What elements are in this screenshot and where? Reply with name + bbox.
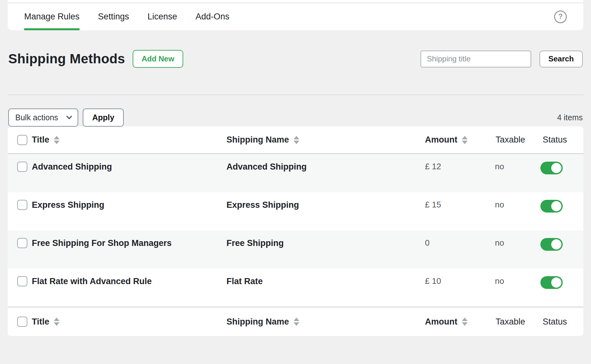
column-footer-status: Status	[543, 317, 567, 327]
items-count: 4 items	[557, 113, 583, 122]
bulk-actions-label: Bulk actions	[15, 113, 58, 122]
column-header-shipping-name[interactable]: Shipping Name	[226, 135, 299, 145]
row-checkbox[interactable]	[17, 276, 27, 286]
row-shipping-name: Free Shipping	[226, 238, 421, 248]
row-taxable: no	[492, 200, 539, 210]
footer-checkbox-cell	[8, 317, 32, 327]
add-new-button[interactable]: Add New	[133, 50, 183, 68]
sort-icon	[294, 136, 299, 144]
row-title: Flat Rate with Advanced Rule	[32, 276, 226, 286]
column-header-taxable: Taxable	[496, 135, 525, 145]
row-title: Free Shipping For Shop Managers	[32, 238, 226, 248]
row-taxable: no	[492, 238, 539, 248]
row-checkbox[interactable]	[17, 238, 27, 248]
search-button[interactable]: Search	[539, 51, 583, 67]
row-taxable: no	[492, 162, 539, 172]
column-label: Shipping Name	[226, 317, 289, 327]
sort-icon	[294, 318, 299, 326]
status-toggle[interactable]	[540, 200, 563, 213]
apply-button[interactable]: Apply	[83, 108, 124, 127]
select-all-checkbox[interactable]	[17, 135, 27, 145]
row-shipping-name: Flat Rate	[226, 276, 421, 286]
sort-icon	[462, 318, 468, 326]
column-footer-shipping-name[interactable]: Shipping Name	[226, 317, 299, 327]
tabs-card: Manage Rules Settings License Add-Ons ?	[8, 0, 583, 30]
tab-manage-rules[interactable]: Manage Rules	[24, 3, 80, 30]
column-label: Shipping Name	[226, 135, 289, 145]
status-toggle[interactable]	[540, 276, 563, 289]
row-title: Advanced Shipping	[32, 162, 226, 172]
table-header-row: Title Shipping Name Amount Taxable Statu…	[8, 126, 583, 154]
row-amount: £ 12	[421, 162, 492, 172]
page-title: Shipping Methods	[8, 51, 125, 66]
column-label: Title	[32, 317, 49, 327]
table-row: Advanced Shipping Advanced Shipping £ 12…	[8, 154, 583, 192]
tab-settings[interactable]: Settings	[98, 3, 129, 30]
toggle-knob	[551, 163, 561, 173]
column-label: Status	[543, 135, 567, 145]
table-row: Express Shipping Express Shipping £ 15 n…	[8, 192, 583, 230]
column-label: Status	[543, 317, 567, 327]
column-label: Title	[32, 135, 49, 145]
chevron-down-icon	[66, 113, 72, 119]
row-checkbox[interactable]	[17, 162, 27, 172]
row-amount: £ 10	[421, 276, 492, 286]
tab-add-ons[interactable]: Add-Ons	[196, 3, 230, 30]
sort-icon	[54, 136, 59, 144]
toolbar: Bulk actions Apply 4 items	[0, 95, 591, 126]
status-toggle[interactable]	[540, 238, 563, 251]
column-header-status: Status	[543, 135, 567, 145]
header-checkbox-cell	[8, 135, 32, 145]
column-label: Taxable	[496, 317, 525, 327]
table-row: Flat Rate with Advanced Rule Flat Rate £…	[8, 269, 583, 307]
table-row: Free Shipping For Shop Managers Free Shi…	[8, 230, 583, 269]
row-checkbox[interactable]	[17, 200, 27, 210]
sort-icon	[54, 318, 59, 326]
tabs-top-divider	[8, 0, 583, 3]
row-taxable: no	[492, 276, 539, 286]
row-amount: 0	[421, 238, 492, 248]
tab-license[interactable]: License	[148, 3, 177, 30]
shipping-methods-table: Title Shipping Name Amount Taxable Statu…	[8, 126, 583, 336]
help-icon[interactable]: ?	[554, 10, 567, 23]
search-input[interactable]	[421, 51, 531, 67]
select-all-checkbox[interactable]	[17, 317, 27, 327]
column-footer-amount[interactable]: Amount	[425, 317, 468, 327]
column-footer-taxable: Taxable	[496, 317, 525, 327]
column-label: Amount	[425, 317, 457, 327]
toggle-knob	[551, 201, 561, 211]
table-footer-row: Title Shipping Name Amount Taxable Statu…	[8, 307, 583, 336]
page-header: Shipping Methods Add New Search	[0, 30, 591, 94]
bulk-actions-select[interactable]: Bulk actions	[8, 108, 78, 127]
tab-bar: Manage Rules Settings License Add-Ons ?	[8, 3, 583, 30]
sort-icon	[462, 136, 468, 144]
column-header-amount[interactable]: Amount	[425, 135, 468, 145]
row-title: Express Shipping	[32, 200, 226, 210]
row-shipping-name: Advanced Shipping	[226, 162, 421, 172]
status-toggle[interactable]	[540, 162, 563, 174]
toggle-knob	[551, 239, 561, 249]
toggle-knob	[551, 277, 561, 288]
column-label: Taxable	[496, 135, 525, 145]
column-footer-title[interactable]: Title	[32, 317, 59, 327]
column-header-title[interactable]: Title	[32, 135, 59, 145]
row-amount: £ 15	[421, 200, 492, 210]
column-label: Amount	[425, 135, 457, 145]
row-shipping-name: Express Shipping	[226, 200, 421, 210]
